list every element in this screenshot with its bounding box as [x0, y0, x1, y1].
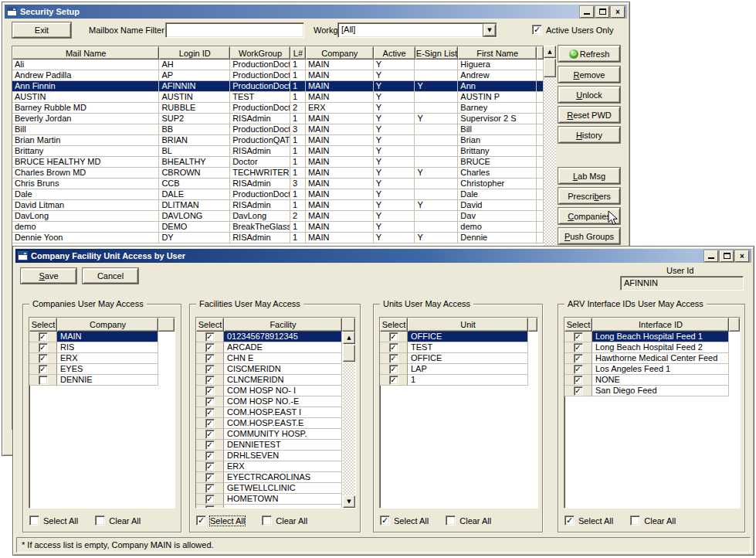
- table-row[interactable]: Beverly JordanSUP2RISAdmin1MAINYYSupervi…: [12, 114, 544, 124]
- list-item[interactable]: ✓OFFICE: [380, 353, 537, 364]
- table-row[interactable]: BillBBProductionDoct3MAINYBill: [12, 124, 544, 135]
- list-item[interactable]: ✓CLNCMERIDN: [196, 375, 355, 386]
- select-all-checkbox[interactable]: [29, 515, 39, 526]
- list-item[interactable]: DENNIE: [29, 375, 175, 386]
- column-header-active[interactable]: Active: [374, 46, 415, 60]
- scroll-up-button[interactable]: ▲: [343, 332, 355, 344]
- list-item[interactable]: ✓DRHLSEVEN: [196, 451, 355, 461]
- scroll-up-button[interactable]: ▲: [544, 46, 556, 58]
- list-item[interactable]: ✓COM.HOSP.EAST I: [196, 407, 355, 418]
- list-item[interactable]: ✓Los Angeles Feed 1: [564, 364, 740, 375]
- list-item[interactable]: ✓MAIN: [29, 332, 175, 342]
- column-header-l[interactable]: L#: [290, 46, 306, 60]
- scroll-thumb[interactable]: [343, 345, 355, 362]
- button-unlock[interactable]: Unlock: [558, 87, 620, 103]
- item-checkbox[interactable]: ✓: [574, 376, 583, 385]
- item-checkbox[interactable]: ✓: [574, 343, 583, 352]
- table-row[interactable]: Chris BrunsCCBRISAdmin3MAINYChristopher: [12, 179, 544, 189]
- clear-all-checkbox[interactable]: [95, 515, 105, 526]
- table-row[interactable]: Brian MartinBRIANProductionQAT1MAINYBria…: [12, 135, 544, 146]
- table-row[interactable]: DaleDALEProductionDoct1MAINYDale: [12, 189, 544, 200]
- item-checkbox[interactable]: ✓: [389, 332, 398, 342]
- column-header-e-sign-list[interactable]: E-Sign List: [415, 46, 459, 60]
- column-header-blank[interactable]: [537, 46, 544, 60]
- item-checkbox[interactable]: ✓: [205, 365, 215, 374]
- button-refresh[interactable]: ↻Refresh: [558, 46, 620, 62]
- item-checkbox[interactable]: ✓: [205, 451, 215, 461]
- titlebar[interactable]: Company Facility Unit Access by User ×: [15, 249, 751, 263]
- list-item[interactable]: ✓EYES: [29, 364, 175, 375]
- active-users-checkbox[interactable]: ✓: [532, 25, 542, 35]
- save-button[interactable]: Save: [21, 268, 76, 284]
- minimize-button[interactable]: [704, 250, 718, 262]
- clear-all-checkbox[interactable]: [630, 515, 640, 526]
- item-checkbox[interactable]: ✓: [39, 343, 48, 352]
- button-reset-pwd[interactable]: Reset PWD: [558, 107, 620, 123]
- item-checkbox[interactable]: ✓: [205, 408, 215, 417]
- list-item[interactable]: ✓: [196, 505, 355, 509]
- select-all-checkbox[interactable]: ✓: [196, 515, 206, 526]
- item-checkbox[interactable]: [39, 376, 48, 385]
- item-checkbox[interactable]: ✓: [574, 332, 583, 342]
- item-checkbox[interactable]: ✓: [389, 365, 398, 374]
- item-checkbox[interactable]: ✓: [39, 332, 48, 342]
- column-header-interface-id[interactable]: Interface ID: [592, 318, 729, 332]
- item-checkbox[interactable]: ✓: [205, 430, 215, 439]
- clear-all-checkbox[interactable]: [262, 515, 272, 526]
- workgroup-dropdown[interactable]: [All] ▼: [337, 22, 497, 38]
- column-header-facility[interactable]: Facility: [224, 318, 342, 332]
- app-icon[interactable]: [18, 251, 28, 260]
- column-header-mail-name[interactable]: Mail Name: [12, 46, 159, 60]
- item-checkbox[interactable]: ✓: [574, 354, 583, 363]
- column-header-select[interactable]: Select: [564, 318, 592, 332]
- button-prescribers[interactable]: Prescribers: [558, 188, 620, 204]
- column-header-select[interactable]: Select: [29, 318, 57, 332]
- column-header-first-name[interactable]: First Name: [458, 46, 537, 60]
- button-remove[interactable]: Remove: [558, 66, 620, 83]
- dropdown-arrow-button[interactable]: ▼: [483, 24, 496, 36]
- item-checkbox[interactable]: ✓: [205, 343, 215, 352]
- list-item[interactable]: ✓ERX: [196, 461, 355, 472]
- column-header-company[interactable]: Company: [57, 318, 158, 332]
- scroll-thumb[interactable]: [544, 59, 556, 77]
- item-checkbox[interactable]: ✓: [389, 343, 398, 352]
- table-row[interactable]: Charles Brown MDCBROWNTECHWRITER1MAINYYC…: [12, 168, 544, 179]
- exit-button[interactable]: Exit: [12, 22, 71, 38]
- button-lab-msg[interactable]: Lab Msg: [558, 168, 620, 184]
- item-checkbox[interactable]: ✓: [205, 505, 215, 509]
- list-item[interactable]: ✓LAP: [380, 364, 537, 375]
- list-item[interactable]: ✓GETWELLCLINIC: [196, 483, 355, 494]
- minimize-button[interactable]: [580, 6, 594, 18]
- table-row[interactable]: DavLongDAVLONGDavLong2MAINYDav: [12, 211, 544, 222]
- column-header-select[interactable]: Select: [196, 318, 224, 332]
- maximize-button[interactable]: [720, 250, 734, 262]
- item-checkbox[interactable]: ✓: [205, 376, 215, 385]
- table-row[interactable]: Ann FinninAFINNINProductionDoct1MAINYYAn…: [12, 81, 544, 92]
- column-header-select[interactable]: Select: [380, 318, 408, 332]
- clear-all-checkbox[interactable]: [446, 515, 456, 526]
- item-checkbox[interactable]: ✓: [574, 365, 583, 374]
- list-item[interactable]: ✓COM.HOSP.EAST.E: [196, 418, 355, 429]
- list-item[interactable]: ✓CHN E: [196, 353, 355, 364]
- scroll-down-button[interactable]: ▼: [343, 495, 355, 508]
- button-push-groups[interactable]: Push Groups: [558, 228, 620, 244]
- list-item[interactable]: ✓EYECTRCAROLINAS: [196, 472, 355, 483]
- list-item[interactable]: ✓HOMETOWN: [196, 494, 355, 505]
- item-checkbox[interactable]: ✓: [389, 354, 398, 363]
- item-checkbox[interactable]: ✓: [39, 354, 48, 363]
- item-checkbox[interactable]: ✓: [205, 462, 215, 471]
- user-id-field[interactable]: AFINNIN: [620, 276, 744, 291]
- list-item[interactable]: ✓COMMUNITY HOSP.: [196, 429, 355, 440]
- button-history[interactable]: History: [558, 127, 620, 143]
- table-row[interactable]: AliAHProductionDoct1MAINYHiguera: [12, 60, 544, 70]
- column-header-company[interactable]: Company: [306, 46, 374, 60]
- item-checkbox[interactable]: ✓: [205, 419, 215, 428]
- maximize-button[interactable]: [595, 6, 609, 18]
- list-item[interactable]: ✓Long Beach Hospital Feed 1: [564, 332, 740, 342]
- list-item[interactable]: ✓DENNIETEST: [196, 440, 355, 451]
- item-checkbox[interactable]: ✓: [205, 386, 215, 396]
- list-item[interactable]: ✓012345678912345: [196, 332, 355, 342]
- item-checkbox[interactable]: ✓: [389, 376, 398, 385]
- select-all-checkbox[interactable]: ✓: [564, 515, 575, 526]
- table-row[interactable]: David LitmanDLITMANRISAdmin1MAINYYDavid: [12, 200, 544, 211]
